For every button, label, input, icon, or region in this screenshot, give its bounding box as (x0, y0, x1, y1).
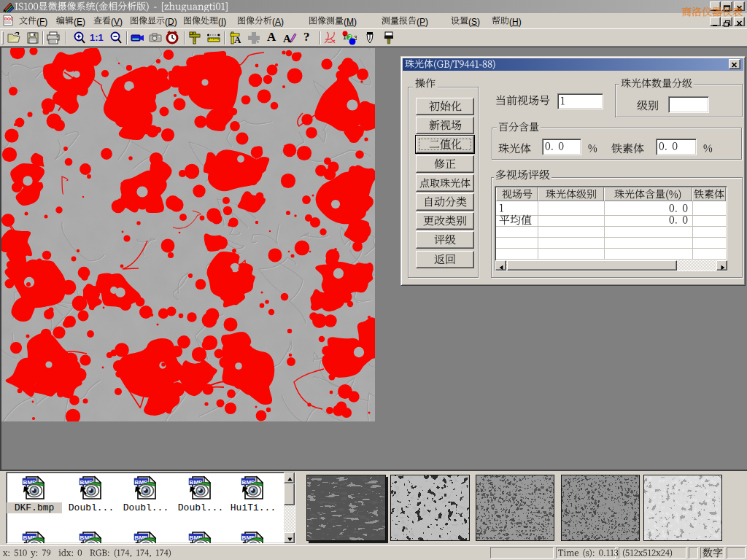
svg-text:3: 3 (354, 34, 357, 42)
svg-text:A: A (234, 34, 241, 45)
svg-text:DOC: DOC (4, 17, 13, 21)
svg-text:A: A (283, 33, 291, 44)
svg-text:1: 1 (343, 34, 347, 41)
